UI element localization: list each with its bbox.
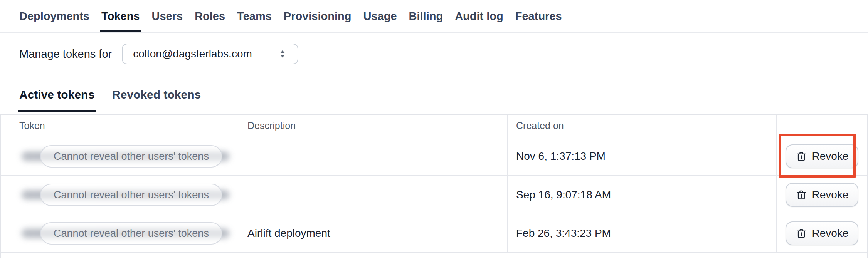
column-header-actions [776, 115, 867, 137]
nav-tab-users[interactable]: Users [152, 0, 183, 32]
double-caret-vertical-icon [277, 48, 288, 60]
trash-icon [796, 228, 807, 239]
trash-icon [796, 151, 807, 162]
action-cell: Revoke [776, 214, 867, 252]
nav-tab-provisioning[interactable]: Provisioning [284, 0, 352, 32]
revoke-button-label: Revoke [812, 227, 849, 240]
next-row-partial [1, 252, 867, 258]
column-header-created-on: Created on [507, 115, 776, 137]
cannot-reveal-pill: Cannot reveal other users' tokens [40, 184, 222, 206]
masked-token: Cannot reveal other users' tokens [19, 176, 229, 214]
nav-tab-tokens[interactable]: Tokens [101, 0, 140, 32]
revoke-button-label: Revoke [812, 150, 849, 163]
manage-tokens-section: Manage tokens for colton@dagsterlabs.com [0, 33, 868, 75]
user-select-value: colton@dagsterlabs.com [133, 48, 252, 60]
action-cell: Revoke [776, 176, 867, 214]
nav-tab-deployments[interactable]: Deployments [19, 0, 89, 32]
trash-icon [796, 189, 807, 201]
revoke-button[interactable]: Revoke [786, 221, 859, 245]
nav-tab-usage[interactable]: Usage [363, 0, 397, 32]
revoke-button[interactable]: Revoke [786, 183, 859, 207]
token-row: Cannot reveal other users' tokens Nov 6,… [1, 137, 867, 175]
revoke-button-label: Revoke [812, 189, 849, 201]
nav-tab-billing[interactable]: Billing [409, 0, 443, 32]
column-header-description: Description [239, 115, 507, 137]
token-state-tabs: Active tokens Revoked tokens [0, 75, 868, 114]
token-row: Cannot reveal other users' tokens Airlif… [1, 214, 867, 252]
cannot-reveal-pill: Cannot reveal other users' tokens [40, 145, 222, 168]
token-cell: Cannot reveal other users' tokens [1, 137, 239, 175]
token-cell: Cannot reveal other users' tokens [1, 214, 239, 252]
settings-nav: Deployments Tokens Users Roles Teams Pro… [0, 0, 868, 33]
revoke-button[interactable]: Revoke [786, 144, 859, 168]
description-cell [239, 137, 507, 175]
created-on-cell: Feb 26, 3:43:23 PM [507, 214, 776, 252]
cannot-reveal-pill: Cannot reveal other users' tokens [40, 222, 222, 245]
tokens-table-header: Token Description Created on [1, 115, 867, 137]
tab-revoked-tokens[interactable]: Revoked tokens [112, 75, 201, 114]
column-header-token: Token [1, 115, 239, 137]
created-on-cell: Nov 6, 1:37:13 PM [507, 137, 776, 175]
description-cell: Airlift deployment [239, 214, 507, 252]
masked-token: Cannot reveal other users' tokens [19, 214, 229, 252]
description-cell [239, 176, 507, 214]
user-select[interactable]: colton@dagsterlabs.com [122, 44, 298, 64]
nav-tab-teams[interactable]: Teams [237, 0, 272, 32]
created-on-cell: Sep 16, 9:07:18 AM [507, 176, 776, 214]
masked-token: Cannot reveal other users' tokens [19, 137, 229, 175]
nav-tab-audit-log[interactable]: Audit log [455, 0, 503, 32]
tab-active-tokens[interactable]: Active tokens [19, 75, 94, 114]
token-cell: Cannot reveal other users' tokens [1, 176, 239, 214]
manage-tokens-label: Manage tokens for [19, 48, 112, 60]
nav-tab-roles[interactable]: Roles [195, 0, 225, 32]
nav-tab-features[interactable]: Features [515, 0, 562, 32]
token-row: Cannot reveal other users' tokens Sep 16… [1, 175, 867, 214]
action-cell: Revoke [776, 137, 867, 175]
tokens-table: Token Description Created on Cannot reve… [0, 114, 868, 258]
